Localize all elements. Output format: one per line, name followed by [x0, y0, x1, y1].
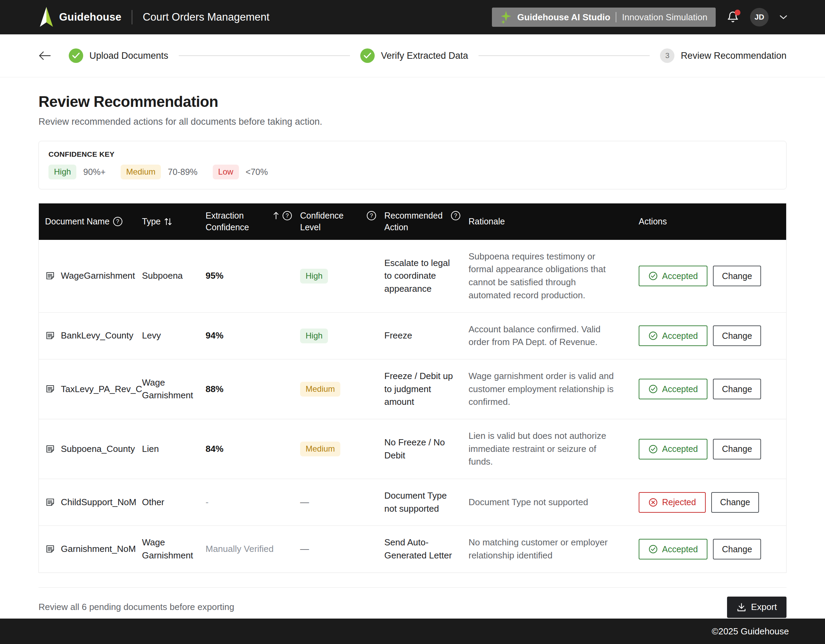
step-label: Verify Extracted Data [381, 51, 468, 61]
accepted-button[interactable]: Accepted [639, 266, 708, 286]
help-icon[interactable]: ? [451, 211, 460, 220]
column-header-recommended-action: Recommended Action ? [384, 204, 468, 239]
rejected-button[interactable]: Rejected [639, 492, 706, 513]
document-name-cell: ChildSupport_NoM [39, 496, 142, 509]
confidence-level-cell: High [300, 269, 384, 284]
accepted-button[interactable]: Accepted [639, 326, 708, 346]
extraction-confidence: - [205, 496, 300, 509]
app-title: Court Orders Management [143, 11, 269, 23]
document-name: ChildSupport_NoM [61, 496, 136, 509]
sort-asc-icon[interactable] [273, 212, 279, 219]
document-name: TaxLevy_PA_Rev_C [61, 383, 142, 396]
confidence-level-badge: High [300, 269, 328, 284]
column-header-rationale: Rationale [468, 210, 639, 234]
column-header-actions: Actions [639, 210, 786, 234]
confidence-level-cell: High [300, 329, 384, 343]
check-circle-icon [648, 384, 658, 394]
change-button[interactable]: Change [713, 539, 761, 559]
extraction-confidence: 88% [205, 383, 300, 396]
table-row: BankLevy_County Levy 94% High Freeze Acc… [39, 312, 786, 359]
confidence-key-title: CONFIDENCE KEY [48, 150, 777, 158]
status-label: Accepted [662, 271, 698, 281]
row-actions: Accepted Change [639, 326, 786, 346]
pending-note: Review all 6 pending documents before ex… [39, 602, 234, 612]
key-range-medium: 70-89% [168, 167, 197, 177]
rationale-text: Account balance confirmed. Valid order f… [468, 323, 639, 349]
change-button[interactable]: Change [713, 379, 761, 399]
bottom-bar: Review all 6 pending documents before ex… [39, 596, 786, 618]
export-button[interactable]: Export [727, 596, 786, 618]
document-icon [45, 444, 56, 454]
document-name-cell: TaxLevy_PA_Rev_C [39, 383, 142, 396]
help-icon[interactable]: ? [283, 211, 292, 220]
guidehouse-logo: Guidehouse [39, 7, 121, 28]
column-header-document-name: Document Name ? [39, 210, 142, 234]
extraction-confidence: 84% [205, 443, 300, 456]
sort-both-icon[interactable] [164, 217, 172, 226]
document-icon [45, 271, 56, 281]
chevron-down-icon [779, 14, 788, 20]
document-name-cell: Subpoena_County [39, 443, 142, 456]
change-button[interactable]: Change [713, 326, 761, 346]
arrow-left-icon [39, 51, 51, 60]
key-range-low: <70% [246, 167, 268, 177]
document-name: Garnishment_NoM [61, 543, 136, 556]
accepted-button[interactable]: Accepted [639, 439, 708, 459]
page-subtitle: Review recommended actions for all docum… [39, 116, 786, 127]
recommendations-table: Document Name ? Type Extraction Confiden… [39, 203, 786, 573]
confidence-level-badge: Medium [300, 382, 340, 397]
page-title: Review Recommendation [39, 93, 786, 110]
recommended-action: No Freeze / No Debit [384, 436, 468, 462]
change-button[interactable]: Change [713, 439, 761, 459]
row-actions: Rejected Change [639, 492, 786, 513]
brand-name: Guidehouse [59, 11, 121, 23]
main-content: Review Recommendation Review recommended… [0, 77, 825, 619]
recommended-action: Freeze / Debit up to judgment amount [384, 370, 468, 409]
extraction-confidence: 94% [205, 329, 300, 342]
download-icon [737, 602, 746, 612]
row-actions: Accepted Change [639, 266, 786, 286]
help-icon[interactable]: ? [113, 217, 122, 226]
notifications-button[interactable] [726, 9, 740, 25]
status-label: Accepted [662, 384, 698, 394]
document-type: Lien [142, 443, 205, 456]
document-icon [45, 384, 56, 394]
rationale-text: Subpoena requires testimony or formal ap… [468, 250, 639, 302]
document-name: BankLevy_County [61, 329, 133, 342]
document-name: WageGarnishment [61, 269, 135, 283]
confidence-level-badge: — [300, 544, 309, 554]
step-review-recommendation[interactable]: 3 Review Recommendation [660, 48, 786, 63]
table-row: Subpoena_County Lien 84% Medium No Freez… [39, 419, 786, 479]
accepted-button[interactable]: Accepted [639, 539, 708, 559]
recommended-action: Freeze [384, 329, 468, 342]
rationale-text: Lien is valid but does not authorize imm… [468, 429, 639, 468]
change-button[interactable]: Change [713, 266, 761, 286]
document-icon [45, 497, 56, 508]
step-upload-documents[interactable]: Upload Documents [69, 48, 168, 63]
avatar[interactable]: JD [750, 8, 769, 26]
step-verify-extracted-data[interactable]: Verify Extracted Data [360, 48, 468, 63]
table-header: Document Name ? Type Extraction Confiden… [39, 204, 786, 240]
extraction-confidence: 95% [205, 269, 300, 283]
step-label: Review Recommendation [681, 51, 786, 61]
badge-secondary-label: Innovation Simulation [622, 12, 708, 23]
document-type: Wage Garnishment [142, 536, 205, 562]
export-button-label: Export [751, 602, 777, 612]
step-connector [479, 55, 650, 56]
check-circle-icon [648, 444, 658, 454]
badge-primary-label: Guidehouse AI Studio [518, 12, 610, 23]
column-header-extraction-confidence: Extraction Confidence ? [205, 204, 300, 239]
notification-dot [735, 9, 740, 15]
key-pill-high: High [48, 165, 76, 179]
help-icon[interactable]: ? [367, 211, 376, 220]
confidence-level-badge: — [300, 497, 309, 507]
accepted-button[interactable]: Accepted [639, 379, 708, 399]
change-button[interactable]: Change [711, 492, 759, 513]
step-number-badge: 3 [660, 48, 674, 63]
table-row: Garnishment_NoM Wage Garnishment Manuall… [39, 525, 786, 572]
document-name: Subpoena_County [61, 443, 135, 456]
copyright: ©2025 Guidehouse [712, 626, 789, 637]
check-circle-icon [648, 331, 658, 341]
back-button[interactable] [39, 51, 51, 60]
user-menu-chevron[interactable] [779, 14, 788, 20]
